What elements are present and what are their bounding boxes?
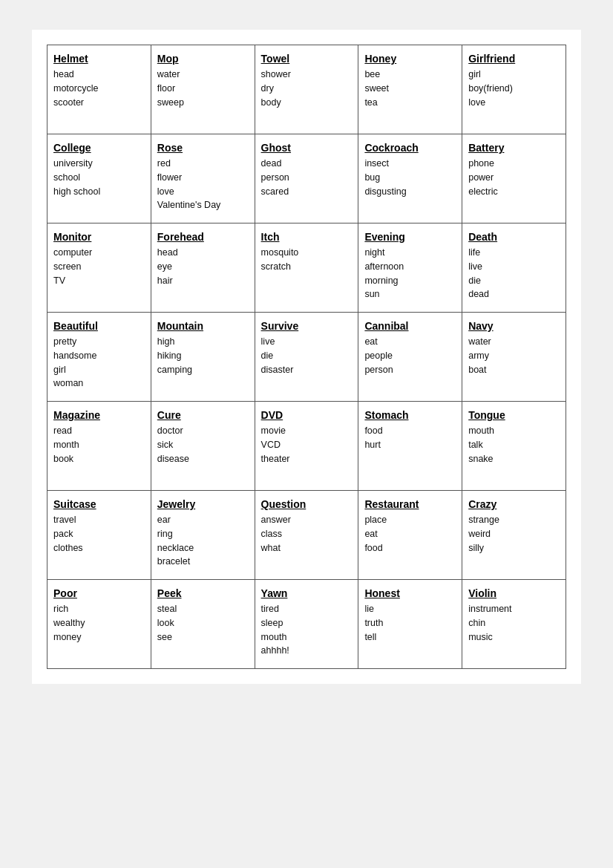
cell-hints: travel pack clothes [53,513,83,555]
cell-title: Honey [364,53,396,65]
cell-title: Ghost [261,142,291,154]
cell-title: Tongue [468,409,505,421]
cell-hints: instrument chin music [468,602,511,644]
cell-hints: answer class what [261,513,291,555]
cell-hints: girl boy(friend) love [468,68,513,109]
vocab-cell: Crazystrange weird silly [462,491,566,580]
cell-title: Poor [53,587,77,599]
vocab-cell: Foreheadhead eye hair [151,223,255,313]
cell-hints: bee sweet tea [364,68,389,109]
cell-title: Death [468,231,497,243]
vocab-cell: Rosered flower love Valentine's Day [151,134,255,223]
vocab-grid: Helmethead motorcycle scooterMopwater fl… [47,45,566,669]
vocab-cell: Yawntired sleep mouth ahhhh! [255,580,359,669]
cell-title: Restaurant [364,498,419,510]
vocab-cell: Mountainhigh hiking camping [151,313,255,402]
vocab-cell: Helmethead motorcycle scooter [47,45,151,134]
cell-title: Cure [157,409,181,421]
vocab-cell: Collegeuniversity school high school [47,134,151,223]
cell-hints: movie VCD theater [261,424,290,466]
vocab-cell: Itchmosquito scratch [255,223,359,313]
vocab-cell: Honeybee sweet tea [358,45,462,134]
cell-hints: dead person scared [261,157,289,198]
cell-hints: place eat food [364,513,387,555]
cell-hints: life live die dead [468,246,489,301]
cell-hints: water floor sweep [157,68,184,109]
cell-title: Suitcase [53,498,96,510]
vocab-cell: Cockroachinsect bug disgusting [358,134,462,223]
cell-hints: mouth talk snake [468,424,494,466]
cell-title: Survive [261,320,299,332]
cell-hints: ear ring necklace bracelet [157,513,194,569]
vocab-cell: DVDmovie VCD theater [255,402,359,491]
cell-title: Cockroach [364,142,418,154]
cell-title: Evening [364,231,404,243]
cell-hints: rich wealthy money [53,602,85,644]
vocab-cell: Navywater army boat [462,313,566,402]
cell-hints: red flower love Valentine's Day [157,157,221,212]
vocab-cell: Cannibaleat people person [358,313,462,402]
cell-title: Towel [261,53,290,65]
cell-hints: university school high school [53,157,100,198]
cell-title: Itch [261,231,280,243]
cell-hints: live die disaster [261,335,294,376]
cell-hints: mosquito scratch [261,246,299,274]
cell-hints: water army boat [468,335,491,376]
cell-title: Navy [468,320,493,332]
cell-title: Crazy [468,498,496,510]
vocab-cell: Jewelryear ring necklace bracelet [151,491,255,580]
cell-hints: high hiking camping [157,335,192,376]
vocab-cell: Eveningnight afternoon morning sun [358,223,462,313]
cell-hints: food hurt [364,424,382,452]
cell-title: Violin [468,587,496,599]
cell-title: Mop [157,53,179,65]
vocab-cell: Towelshower dry body [255,45,359,134]
vocab-cell: Suitcasetravel pack clothes [47,491,151,580]
vocab-cell: Mopwater floor sweep [151,45,255,134]
vocab-cell: Peeksteal look see [151,580,255,669]
vocab-cell: Violininstrument chin music [462,580,566,669]
cell-hints: strange weird silly [468,513,499,555]
cell-hints: computer screen TV [53,246,92,287]
cell-hints: doctor sick disease [157,424,189,466]
cell-hints: read month book [53,424,79,466]
vocab-cell: Batteryphone power electric [462,134,566,223]
vocab-cell: Honestlie truth tell [358,580,462,669]
cell-title: Battery [468,142,504,154]
cell-title: Girlfriend [468,53,515,65]
vocab-cell: Magazineread month book [47,402,151,491]
cell-hints: pretty handsome girl woman [53,335,96,391]
cell-hints: lie truth tell [364,602,383,644]
cell-title: Monitor [53,231,91,243]
vocab-cell: Restaurantplace eat food [358,491,462,580]
vocab-cell: Stomachfood hurt [358,402,462,491]
cell-hints: shower dry body [261,68,291,109]
cell-hints: phone power electric [468,157,498,198]
cell-title: Cannibal [364,320,408,332]
cell-title: DVD [261,409,283,421]
cell-title: Stomach [364,409,408,421]
cell-hints: night afternoon morning sun [364,246,404,301]
vocab-cell: Girlfriendgirl boy(friend) love [462,45,566,134]
cell-title: College [53,142,91,154]
cell-title: Peek [157,587,182,599]
cell-title: Magazine [53,409,100,421]
cell-hints: tired sleep mouth ahhhh! [261,602,289,658]
vocab-cell: Curedoctor sick disease [151,402,255,491]
cell-title: Helmet [53,53,88,65]
cell-hints: insect bug disgusting [364,157,406,198]
cell-title: Yawn [261,587,288,599]
cell-title: Question [261,498,306,510]
cell-hints: head motorcycle scooter [53,68,98,109]
vocab-cell: Poorrich wealthy money [47,580,151,669]
cell-title: Beautiful [53,320,98,332]
cell-hints: eat people person [364,335,393,376]
cell-title: Mountain [157,320,203,332]
vocab-cell: Tonguemouth talk snake [462,402,566,491]
vocab-cell: Monitorcomputer screen TV [47,223,151,313]
vocab-cell: Survivelive die disaster [255,313,359,402]
page: Helmethead motorcycle scooterMopwater fl… [32,30,581,684]
vocab-cell: Deathlife live die dead [462,223,566,313]
vocab-cell: Beautifulpretty handsome girl woman [47,313,151,402]
cell-hints: steal look see [157,602,177,644]
